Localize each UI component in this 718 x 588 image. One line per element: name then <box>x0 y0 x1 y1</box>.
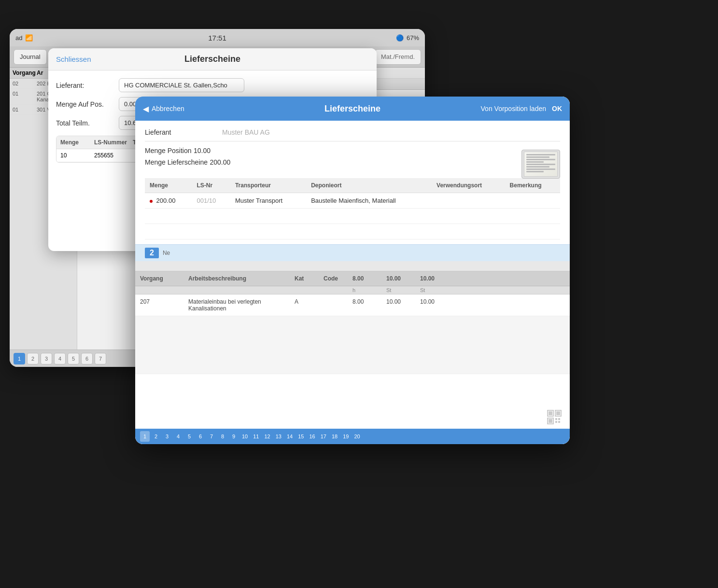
front-page-btn-4[interactable]: 4 <box>173 431 183 442</box>
th-bemerkung: Bemerkung <box>505 178 560 193</box>
blue-modal-table-wrapper: Menge LS-Nr Transporteur Deponieort Verw… <box>135 178 570 239</box>
front-page-btn-6[interactable]: 6 <box>196 431 205 442</box>
svg-rect-7 <box>558 418 560 420</box>
thumb-line-1 <box>526 154 555 155</box>
page-btn-4[interactable]: 4 <box>54 353 66 364</box>
front-page-btn-5[interactable]: 5 <box>184 431 194 442</box>
von-vorposition-button[interactable]: Von Vorposition laden <box>481 105 546 112</box>
lieferant-label: Lieferant: <box>56 82 119 89</box>
page-btn-2[interactable]: 2 <box>27 353 39 364</box>
mat-fremd-btn[interactable]: Mat./Fremd. <box>375 49 421 65</box>
td-verwendungsort <box>432 193 505 209</box>
bth-code: Code <box>324 275 352 282</box>
btd-st2: 10.00 <box>420 298 454 312</box>
th-verwendungsort: Verwendungsort <box>432 178 505 193</box>
lieferscheine-table: Menge LS-Nr Transporteur Deponieort Verw… <box>145 178 560 239</box>
bth-st1: 10.00 <box>386 275 420 282</box>
th-menge: Menge <box>145 178 192 193</box>
journal-tab-label: Journal <box>20 53 41 60</box>
lieferant-form-value[interactable]: Muster BAU AG <box>222 128 270 136</box>
total-teilm-label: Total Teilm. <box>56 119 119 127</box>
schliessen-button[interactable]: Schliessen <box>56 55 91 63</box>
mat-fremd-label: Mat./Fremd. <box>381 53 415 60</box>
front-page-btn-18[interactable]: 18 <box>330 431 339 442</box>
vorgang-header: Vorgang <box>13 70 37 76</box>
front-page-btn-19[interactable]: 19 <box>341 431 351 442</box>
bottom-table-row[interactable]: 207 Materialeinbau bei verlegten Kanalis… <box>135 294 570 316</box>
bottom-table-header: Vorgang Arbeitsbeschreibung Kat Code 8.0… <box>135 271 570 286</box>
bth-kat: Kat <box>295 275 324 282</box>
td-menge: 200.00 <box>145 193 192 209</box>
bth-h: 8.00 <box>352 275 386 282</box>
menge-lieferscheine-value: 200.00 <box>210 158 230 166</box>
bth-vorgang: Vorgang <box>140 275 188 282</box>
battery-area: 🔵 67% <box>396 34 419 42</box>
btd-arbeitsbeschreibung: Materialeinbau bei verlegten Kanalisatio… <box>188 298 295 312</box>
ok-button[interactable]: OK <box>552 105 562 112</box>
red-indicator <box>150 200 153 203</box>
row-subtitle: Ne <box>163 250 170 256</box>
journal-tab[interactable]: Journal <box>14 49 47 65</box>
front-page-btn-10[interactable]: 10 <box>240 431 250 442</box>
form-left: Lieferant Muster BAU AG Menge Position 1… <box>145 128 560 169</box>
svg-rect-1 <box>549 411 552 415</box>
th-deponieort: Deponieort <box>306 178 432 193</box>
modal-white-header: Schliessen Lieferscheine <box>48 48 377 70</box>
page-btn-5[interactable]: 5 <box>68 353 79 364</box>
front-page-btn-14[interactable]: 14 <box>285 431 295 442</box>
front-page-btn-12[interactable]: 12 <box>263 431 272 442</box>
lieferant-value[interactable]: HG COMMERCIALE St. Gallen,Scho <box>119 78 244 92</box>
modal-white-title: Lieferscheine <box>184 54 240 64</box>
carrier-wifi: ad 📶 <box>15 34 33 42</box>
front-page-btn-7[interactable]: 7 <box>207 431 216 442</box>
thumb-line-2 <box>526 156 549 158</box>
page-btn-3[interactable]: 3 <box>41 353 52 364</box>
blue-modal-nav-left: ◀ Abbrechen <box>143 104 184 113</box>
front-page-btn-11[interactable]: 11 <box>251 431 261 442</box>
th-ls-nr: LS-Nr <box>192 178 230 193</box>
front-page-btn-13[interactable]: 13 <box>274 431 283 442</box>
thumbnail-preview <box>524 152 558 177</box>
battery-label: 67% <box>407 34 419 42</box>
menge-auf-pos-label: Menge Auf Pos. <box>56 100 119 108</box>
front-page-btn-1[interactable]: 1 <box>140 431 150 442</box>
bth-arbeitsbeschreibung: Arbeitsbeschreibung <box>188 275 295 282</box>
carrier-label: ad <box>15 34 22 42</box>
bottom-table-section: Vorgang Arbeitsbeschreibung Kat Code 8.0… <box>135 271 570 374</box>
front-page-btn-9[interactable]: 9 <box>229 431 239 442</box>
menge-lieferscheine-label: Menge Lieferscheine <box>145 158 208 166</box>
page-btn-1[interactable]: 1 <box>14 353 25 364</box>
wifi-icon: 📶 <box>25 34 33 42</box>
menge-lieferscheine-row: Menge Lieferscheine 200.00 <box>145 158 560 167</box>
abbrechen-button[interactable]: Abbrechen <box>152 105 184 112</box>
qr-icon[interactable] <box>547 409 562 425</box>
table-row-empty-2[interactable] <box>145 224 560 239</box>
front-page-btn-17[interactable]: 17 <box>319 431 328 442</box>
bluetooth-icon: 🔵 <box>396 34 404 42</box>
front-page-btn-3[interactable]: 3 <box>162 431 172 442</box>
front-page-btn-16[interactable]: 16 <box>308 431 317 442</box>
front-page-btn-8[interactable]: 8 <box>218 431 227 442</box>
menge-position-label: Menge Position <box>145 147 192 154</box>
row-indicator-section: 2 Ne <box>135 244 570 261</box>
ipad-front: ◀ Abbrechen Lieferscheine Von Vorpositio… <box>135 97 570 444</box>
table-row[interactable]: 200.00 001/10 Muster Transport Baustelle… <box>145 193 560 209</box>
svg-rect-5 <box>549 419 552 423</box>
front-page-btn-15[interactable]: 15 <box>296 431 306 442</box>
front-pagination: 1 2 3 4 5 6 7 8 9 10 11 12 13 14 15 16 1… <box>135 429 570 444</box>
front-page-btn-20[interactable]: 20 <box>352 431 362 442</box>
document-thumbnail[interactable] <box>521 150 560 179</box>
menge-info: Menge Position 10.00 Menge Lieferscheine… <box>145 146 560 167</box>
svg-rect-6 <box>555 418 557 420</box>
thumb-line-3 <box>526 159 555 160</box>
thumb-line-8 <box>526 171 544 172</box>
page-btn-6[interactable]: 6 <box>81 353 93 364</box>
page-btn-7[interactable]: 7 <box>95 353 106 364</box>
status-bar-back: ad 📶 17:51 🔵 67% <box>10 29 425 46</box>
btd-h: 8.00 <box>352 298 386 312</box>
blue-modal-actions: Von Vorposition laden OK <box>481 105 562 112</box>
thumb-line-5 <box>526 164 555 165</box>
front-page-btn-2[interactable]: 2 <box>151 431 161 442</box>
table-row-empty-1[interactable] <box>145 209 560 224</box>
svg-rect-9 <box>558 421 560 423</box>
